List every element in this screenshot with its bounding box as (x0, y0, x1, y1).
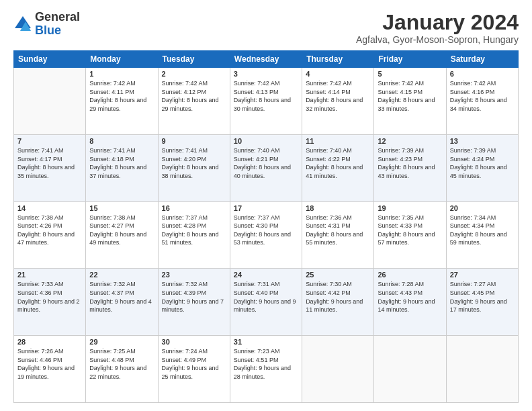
month-title: January 2024 (356, 11, 519, 34)
day-cell: 6Sunrise: 7:42 AMSunset: 4:16 PMDaylight… (446, 68, 518, 135)
day-cell: 22Sunrise: 7:32 AMSunset: 4:37 PMDayligh… (86, 269, 158, 336)
day-cell: 18Sunrise: 7:36 AMSunset: 4:31 PMDayligh… (302, 201, 374, 269)
day-number: 25 (306, 271, 370, 279)
day-number: 11 (306, 137, 370, 145)
day-number: 28 (17, 338, 82, 346)
day-number: 29 (89, 338, 154, 346)
day-number: 4 (306, 70, 370, 78)
logo-icon (13, 15, 32, 34)
day-info: Sunrise: 7:42 AMSunset: 4:13 PMDaylight:… (234, 79, 298, 113)
day-info: Sunrise: 7:41 AMSunset: 4:17 PMDaylight:… (17, 146, 82, 180)
location-subtitle: Agfalva, Gyor-Moson-Sopron, Hungary (356, 34, 519, 45)
calendar-table: SundayMondayTuesdayWednesdayThursdayFrid… (13, 50, 519, 403)
day-cell: 4Sunrise: 7:42 AMSunset: 4:14 PMDaylight… (302, 68, 374, 135)
day-number: 19 (378, 204, 442, 212)
day-info: Sunrise: 7:31 AMSunset: 4:40 PMDaylight:… (234, 280, 298, 314)
day-info: Sunrise: 7:40 AMSunset: 4:22 PMDaylight:… (306, 146, 370, 180)
day-number: 14 (17, 204, 82, 212)
day-cell: 26Sunrise: 7:28 AMSunset: 4:43 PMDayligh… (374, 269, 446, 336)
day-number: 30 (162, 338, 226, 346)
day-number: 12 (378, 137, 442, 145)
day-cell (374, 336, 446, 403)
day-number: 22 (89, 271, 154, 279)
day-info: Sunrise: 7:35 AMSunset: 4:33 PMDaylight:… (378, 214, 442, 247)
day-number: 20 (450, 204, 515, 212)
day-info: Sunrise: 7:39 AMSunset: 4:23 PMDaylight:… (378, 146, 442, 180)
day-info: Sunrise: 7:34 AMSunset: 4:34 PMDaylight:… (450, 214, 515, 247)
day-number: 7 (17, 137, 82, 145)
day-number: 24 (234, 271, 298, 279)
day-cell: 29Sunrise: 7:25 AMSunset: 4:48 PMDayligh… (86, 336, 158, 403)
week-row-5: 28Sunrise: 7:26 AMSunset: 4:46 PMDayligh… (14, 336, 519, 403)
day-info: Sunrise: 7:39 AMSunset: 4:24 PMDaylight:… (450, 146, 515, 180)
day-cell: 28Sunrise: 7:26 AMSunset: 4:46 PMDayligh… (14, 336, 86, 403)
week-row-2: 7Sunrise: 7:41 AMSunset: 4:17 PMDaylight… (14, 134, 519, 201)
day-number: 2 (162, 70, 226, 78)
day-info: Sunrise: 7:26 AMSunset: 4:46 PMDaylight:… (17, 347, 82, 381)
day-cell: 24Sunrise: 7:31 AMSunset: 4:40 PMDayligh… (230, 269, 302, 336)
logo-text: General Blue (35, 11, 80, 38)
day-cell: 14Sunrise: 7:38 AMSunset: 4:26 PMDayligh… (14, 201, 86, 269)
day-number: 6 (450, 70, 515, 78)
calendar-body: 1Sunrise: 7:42 AMSunset: 4:11 PMDaylight… (14, 68, 519, 403)
day-cell: 17Sunrise: 7:37 AMSunset: 4:30 PMDayligh… (230, 201, 302, 269)
day-cell: 12Sunrise: 7:39 AMSunset: 4:23 PMDayligh… (374, 134, 446, 201)
day-info: Sunrise: 7:41 AMSunset: 4:18 PMDaylight:… (89, 146, 154, 180)
day-info: Sunrise: 7:25 AMSunset: 4:48 PMDaylight:… (89, 347, 154, 381)
day-cell (14, 68, 86, 135)
day-number: 13 (450, 137, 515, 145)
calendar-header: SundayMondayTuesdayWednesdayThursdayFrid… (14, 51, 519, 68)
logo: General Blue (13, 11, 80, 38)
page: General Blue January 2024 Agfalva, Gyor-… (0, 0, 532, 411)
day-cell: 21Sunrise: 7:33 AMSunset: 4:36 PMDayligh… (14, 269, 86, 336)
day-info: Sunrise: 7:42 AMSunset: 4:11 PMDaylight:… (89, 79, 154, 113)
weekday-header-tuesday: Tuesday (158, 51, 230, 68)
week-row-4: 21Sunrise: 7:33 AMSunset: 4:36 PMDayligh… (14, 269, 519, 336)
day-cell (446, 336, 518, 403)
weekday-header-thursday: Thursday (302, 51, 374, 68)
day-cell: 30Sunrise: 7:24 AMSunset: 4:49 PMDayligh… (158, 336, 230, 403)
day-cell: 16Sunrise: 7:37 AMSunset: 4:28 PMDayligh… (158, 201, 230, 269)
day-cell: 20Sunrise: 7:34 AMSunset: 4:34 PMDayligh… (446, 201, 518, 269)
day-cell: 13Sunrise: 7:39 AMSunset: 4:24 PMDayligh… (446, 134, 518, 201)
day-cell (302, 336, 374, 403)
day-number: 15 (89, 204, 154, 212)
day-number: 23 (162, 271, 226, 279)
day-cell: 15Sunrise: 7:38 AMSunset: 4:27 PMDayligh… (86, 201, 158, 269)
day-info: Sunrise: 7:42 AMSunset: 4:16 PMDaylight:… (450, 79, 515, 113)
day-info: Sunrise: 7:41 AMSunset: 4:20 PMDaylight:… (162, 146, 226, 180)
day-number: 21 (17, 271, 82, 279)
day-cell: 1Sunrise: 7:42 AMSunset: 4:11 PMDaylight… (86, 68, 158, 135)
day-info: Sunrise: 7:32 AMSunset: 4:37 PMDaylight:… (89, 280, 154, 314)
day-info: Sunrise: 7:23 AMSunset: 4:51 PMDaylight:… (234, 347, 298, 381)
day-number: 31 (234, 338, 298, 346)
day-cell: 31Sunrise: 7:23 AMSunset: 4:51 PMDayligh… (230, 336, 302, 403)
day-cell: 25Sunrise: 7:30 AMSunset: 4:42 PMDayligh… (302, 269, 374, 336)
day-info: Sunrise: 7:37 AMSunset: 4:28 PMDaylight:… (162, 214, 226, 247)
day-info: Sunrise: 7:42 AMSunset: 4:14 PMDaylight:… (306, 79, 370, 113)
day-info: Sunrise: 7:36 AMSunset: 4:31 PMDaylight:… (306, 214, 370, 247)
day-cell: 27Sunrise: 7:27 AMSunset: 4:45 PMDayligh… (446, 269, 518, 336)
day-info: Sunrise: 7:37 AMSunset: 4:30 PMDaylight:… (234, 214, 298, 247)
weekday-header-friday: Friday (374, 51, 446, 68)
day-number: 5 (378, 70, 442, 78)
day-cell: 11Sunrise: 7:40 AMSunset: 4:22 PMDayligh… (302, 134, 374, 201)
day-cell: 5Sunrise: 7:42 AMSunset: 4:15 PMDaylight… (374, 68, 446, 135)
day-cell: 19Sunrise: 7:35 AMSunset: 4:33 PMDayligh… (374, 201, 446, 269)
day-cell: 9Sunrise: 7:41 AMSunset: 4:20 PMDaylight… (158, 134, 230, 201)
weekday-header-row: SundayMondayTuesdayWednesdayThursdayFrid… (14, 51, 519, 68)
week-row-1: 1Sunrise: 7:42 AMSunset: 4:11 PMDaylight… (14, 68, 519, 135)
day-info: Sunrise: 7:27 AMSunset: 4:45 PMDaylight:… (450, 280, 515, 314)
weekday-header-wednesday: Wednesday (230, 51, 302, 68)
day-number: 1 (89, 70, 154, 78)
day-info: Sunrise: 7:38 AMSunset: 4:26 PMDaylight:… (17, 214, 82, 247)
day-info: Sunrise: 7:33 AMSunset: 4:36 PMDaylight:… (17, 280, 82, 314)
day-number: 26 (378, 271, 442, 279)
day-cell: 10Sunrise: 7:40 AMSunset: 4:21 PMDayligh… (230, 134, 302, 201)
logo-general: General (35, 10, 80, 24)
day-info: Sunrise: 7:38 AMSunset: 4:27 PMDaylight:… (89, 214, 154, 247)
day-info: Sunrise: 7:24 AMSunset: 4:49 PMDaylight:… (162, 347, 226, 381)
header: General Blue January 2024 Agfalva, Gyor-… (13, 11, 519, 45)
weekday-header-sunday: Sunday (14, 51, 86, 68)
day-number: 27 (450, 271, 515, 279)
